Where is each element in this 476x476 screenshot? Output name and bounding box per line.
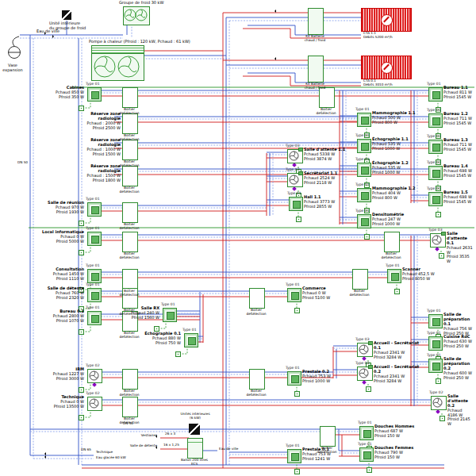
selection-box-label: Boîtier deSélection [116,390,143,397]
cassette-flag-icon [298,171,303,175]
flow-arrow-icon [44,455,46,459]
selection-box-label: Boîtier deSélection [243,390,270,397]
unit-label-cabines: CabinesPchaud 850 WPfroid 350 W [39,86,84,100]
eau-de-ville-label: Eau de ville [219,447,238,451]
unit-douchesH [359,426,374,440]
unit-label-echo12: Échographie 1.2Pchaud 535 WPfroid 1000 W [372,161,418,175]
unit-type-label: Type 01 [86,282,100,286]
selection-box [320,426,336,447]
unit-label-mammo12: Mammographie 1.2Pchaud 404 WPfroid 800 W [372,186,418,201]
condensate-box-icon [436,378,441,384]
coil-band [92,46,144,54]
condensate-box-icon [79,221,84,226]
unit-type-label: Type 01 [86,305,100,309]
unit-type-label: Type 01 [182,328,197,332]
unit-label-b11: Bureau 1.1Pchaud 811 WPfroid 1545 W [443,86,473,100]
control-diamond-icon [362,356,367,361]
condensate-box-icon [79,329,84,335]
unit-salle_rx [163,308,177,322]
unit-type-label: Type 03 [355,337,370,341]
fan-icon [359,368,369,378]
condensate-box-icon [440,416,445,421]
fan-icon [432,235,442,245]
coil-icon [363,451,371,459]
unit-type-label: Type 03 [286,167,300,171]
coil-icon [363,430,371,438]
ballon-ecs-tank [187,438,203,459]
coil-icon [432,340,440,348]
unit-type-label: Type 01 [355,209,370,213]
reserve-row-label: Réserve zone radiologiePchaud : 2000 WPf… [75,112,121,131]
coil-icon [361,117,369,125]
unit-commerce [287,288,301,302]
unit-type-label: Type 03 [428,228,443,232]
cassette-flag-icon [368,365,373,369]
unit-type-label: Type 01 [355,133,370,137]
unit-label-b12: Bureau 1.2Pchaud 711 WPfroid 1545 W [443,112,473,126]
coil-icon [432,318,440,326]
selection-box [122,232,138,252]
unit-type-label: Type 03 [286,144,300,148]
unit-type-label: Type 01 [286,282,300,286]
ecs-indoor-unit-icon [189,424,200,435]
unit-b14 [428,166,443,180]
unit-type-label: Type 01 [355,157,370,161]
unit-detente [87,288,102,302]
unit-label-mammo11: Mammographie 1.1Pchaud 500 WPfroid 800 W [372,111,418,125]
coil-icon [91,236,99,244]
vestiaires-dim: 26 x 3 [165,432,175,436]
coil-icon [361,218,369,226]
unit-douchesF [359,447,374,462]
reserve-row-label: Réserve zone radiologiePchaud : 1500 WPf… [75,164,121,183]
unit-type-label: Type 02 [86,363,100,367]
condensate-box-icon [294,469,300,474]
coil-icon [432,144,440,152]
flow-arrow-icon [274,57,276,60]
unit-label-detente: Salle de détentePchaud 760 WPfroid 2320 … [39,286,84,301]
unit-mammo12 [357,188,371,202]
control-diamond-icon [92,382,97,387]
unit-label-technique: TechniquePchaud 0 WPfroid 13500 W [39,395,84,409]
pompe-a-chaleur-unit [91,45,144,81]
unit-label-irm: IRMPchaud 1227 WPfroid 3000 W [39,367,84,382]
salle-detente-dim: 16 x 1,25 [163,443,179,447]
unit-type-label: Type 01 [86,263,100,267]
unit-label-prep02: Salle de préparation 0.2Pchaud 600 WPfro… [443,357,473,380]
coil-icon [361,192,369,200]
unit-technique [87,397,102,411]
unit-prestale02 [287,371,301,386]
unit-label-reunion: Salle de réunionPchaud 970 WPfroid 1930 … [39,201,84,215]
condensate-box-icon [79,387,84,393]
unit-label-sda02: Salle d'attente 0.2Pchaud 4186 WPfroid 2… [447,394,473,427]
selection-box [122,269,138,290]
unit-type-label: Type 01 [427,82,441,86]
unit-label-consultation: ConsultationPchaud 1450 WPfroid 1110 W [39,267,84,282]
selection-box-label: Boîtier deSélection [378,252,405,259]
unit-b13 [428,140,443,154]
unit-label-bureau01: Bureau 0.1Pchaud 2800 WPfroid 1070 W [39,309,84,324]
selection-box-label: Boîtier deSélection [116,309,143,316]
unit-consultation [87,269,102,283]
unit-type-label: Type 01 [427,331,441,335]
coil-icon [391,273,399,281]
unit-type-label: Type 01 [358,442,372,446]
unit-label-prep01: Salle de préparation 0.1Pchaud 756 WPfro… [443,313,473,336]
fan-icon [359,344,369,355]
selection-box-label: Boîtier deSélection [313,108,340,115]
unit-echo01 [184,333,198,347]
control-diamond-icon [436,409,440,414]
fan-icon [289,151,299,161]
coil-icon [291,453,299,461]
unit-type-label: Type 01 [358,420,372,424]
coil-icon [91,206,99,214]
unit-sda01 [430,233,446,248]
coil-icon [361,167,369,175]
unit-type-label: Type 03 [355,361,370,365]
cta-unit-2 [361,56,412,79]
cta1-debit: Débits 5200 m³/h [363,36,393,40]
unit-local_info [87,232,102,246]
control-diamond-icon [435,247,440,251]
unit-type-label: Type 01 [86,226,100,230]
vestiaires-label: Vestiaires [125,434,157,438]
unit-prep02 [428,359,443,373]
